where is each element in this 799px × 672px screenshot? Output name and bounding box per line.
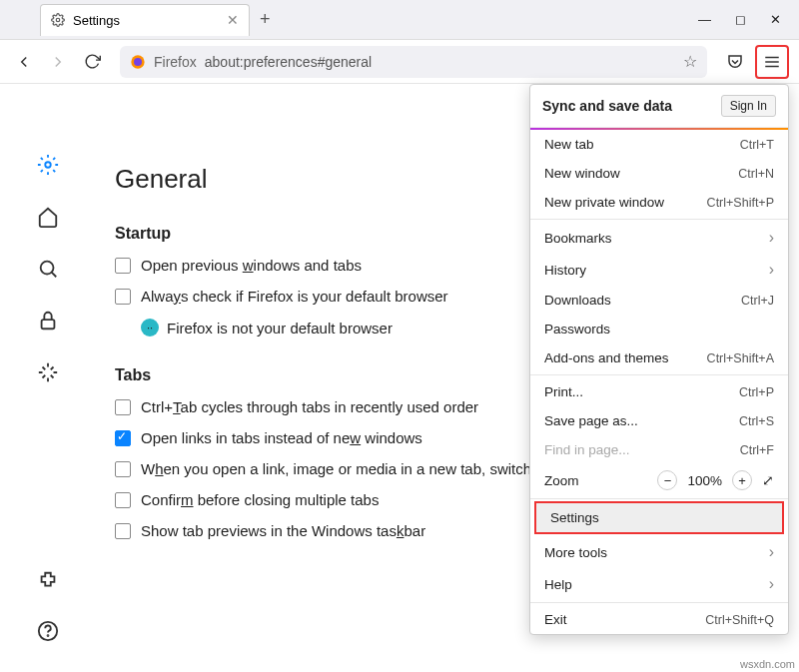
reload-button[interactable]	[78, 48, 106, 76]
sync-icon[interactable]	[37, 361, 59, 383]
menu-exit[interactable]: ExitCtrl+Shift+Q	[530, 605, 788, 634]
menu-passwords[interactable]: Passwords	[530, 315, 788, 343]
zoom-in-button[interactable]: +	[732, 470, 752, 490]
menu-new-private[interactable]: New private windowCtrl+Shift+P	[530, 188, 788, 217]
chevron-right-icon: ›	[769, 575, 774, 593]
fullscreen-icon[interactable]: ⤢	[762, 472, 774, 488]
sad-face-icon: ··	[141, 319, 159, 336]
settings-highlight: Settings	[534, 501, 784, 534]
gear-icon	[51, 13, 65, 27]
watermark: wsxdn.com	[740, 658, 795, 670]
menu-help[interactable]: Help›	[530, 568, 788, 600]
checkbox-confirm[interactable]	[115, 492, 131, 508]
menu-settings[interactable]: Settings	[536, 503, 782, 532]
sign-in-button[interactable]: Sign In	[721, 95, 776, 117]
checkbox-open-previous[interactable]	[115, 258, 131, 274]
menu-downloads[interactable]: DownloadsCtrl+J	[530, 286, 788, 315]
svg-point-10	[47, 635, 48, 636]
label-open-previous: Open previous windows and tabs	[141, 257, 362, 274]
svg-point-6	[45, 162, 51, 168]
url-bar[interactable]: Firefox about:preferences#general ☆	[120, 46, 707, 78]
search-icon[interactable]	[37, 258, 59, 280]
lock-icon[interactable]	[37, 310, 59, 332]
menu-more-tools[interactable]: More tools›	[530, 536, 788, 568]
general-gear-icon[interactable]	[37, 154, 59, 176]
label-always-check: Always check if Firefox is your default …	[141, 288, 448, 305]
menu-print[interactable]: Print...Ctrl+P	[530, 377, 788, 406]
label-ctrl-tab: Ctrl+Tab cycles through tabs in recently…	[141, 398, 478, 415]
back-button[interactable]	[10, 48, 38, 76]
hamburger-menu-button[interactable]	[758, 48, 786, 76]
svg-point-7	[40, 262, 53, 275]
new-tab-button[interactable]: +	[260, 9, 271, 30]
home-icon[interactable]	[37, 206, 59, 228]
label-open-links: Open links in tabs instead of new window…	[141, 429, 422, 446]
sidebar	[0, 84, 95, 672]
help-icon[interactable]	[37, 620, 59, 642]
url-prefix: Firefox	[154, 54, 197, 70]
menu-addons[interactable]: Add-ons and themesCtrl+Shift+A	[530, 343, 788, 372]
menu-new-window[interactable]: New windowCtrl+N	[530, 159, 788, 188]
menu-sync-header: Sync and save data Sign In	[530, 85, 788, 128]
checkbox-when-open[interactable]	[115, 461, 131, 477]
maximize-icon[interactable]: ◻	[735, 12, 746, 27]
titlebar: Settings ✕ + — ◻ ✕	[0, 0, 799, 40]
svg-point-0	[56, 18, 60, 22]
checkbox-previews[interactable]	[115, 523, 131, 539]
menu-history[interactable]: History›	[530, 254, 788, 286]
tab-title: Settings	[73, 13, 120, 28]
minimize-icon[interactable]: —	[698, 12, 711, 27]
bookmark-star-icon[interactable]: ☆	[683, 52, 697, 71]
chevron-right-icon: ›	[769, 229, 774, 247]
url-address: about:preferences#general	[205, 54, 372, 70]
pocket-icon[interactable]	[721, 48, 749, 76]
toolbar: Firefox about:preferences#general ☆	[0, 40, 799, 84]
svg-point-2	[134, 58, 142, 66]
menu-zoom: Zoom − 100% + ⤢	[530, 464, 788, 496]
hamburger-highlight	[755, 45, 789, 79]
menu-save-as[interactable]: Save page as...Ctrl+S	[530, 406, 788, 435]
forward-button[interactable]	[44, 48, 72, 76]
checkbox-ctrl-tab[interactable]	[115, 399, 131, 415]
close-tab-icon[interactable]: ✕	[227, 12, 239, 28]
zoom-value: 100%	[687, 473, 722, 488]
checkbox-always-check[interactable]	[115, 289, 131, 305]
chevron-right-icon: ›	[769, 261, 774, 279]
app-menu: Sync and save data Sign In New tabCtrl+T…	[529, 84, 789, 635]
extension-icon[interactable]	[37, 570, 59, 592]
menu-bookmarks[interactable]: Bookmarks›	[530, 222, 788, 254]
svg-rect-8	[41, 320, 54, 329]
firefox-icon	[130, 54, 146, 70]
label-confirm: Confirm before closing multiple tabs	[141, 491, 379, 508]
browser-tab[interactable]: Settings ✕	[40, 4, 250, 36]
label-when-open: When you open a link, image or media in …	[141, 460, 539, 477]
zoom-out-button[interactable]: −	[657, 470, 677, 490]
menu-find[interactable]: Find in page...Ctrl+F	[530, 435, 788, 464]
close-window-icon[interactable]: ✕	[770, 12, 781, 27]
checkbox-open-links[interactable]	[115, 430, 131, 446]
chevron-right-icon: ›	[769, 543, 774, 561]
label-previews: Show tab previews in the Windows taskbar	[141, 522, 425, 539]
menu-new-tab[interactable]: New tabCtrl+T	[530, 130, 788, 159]
